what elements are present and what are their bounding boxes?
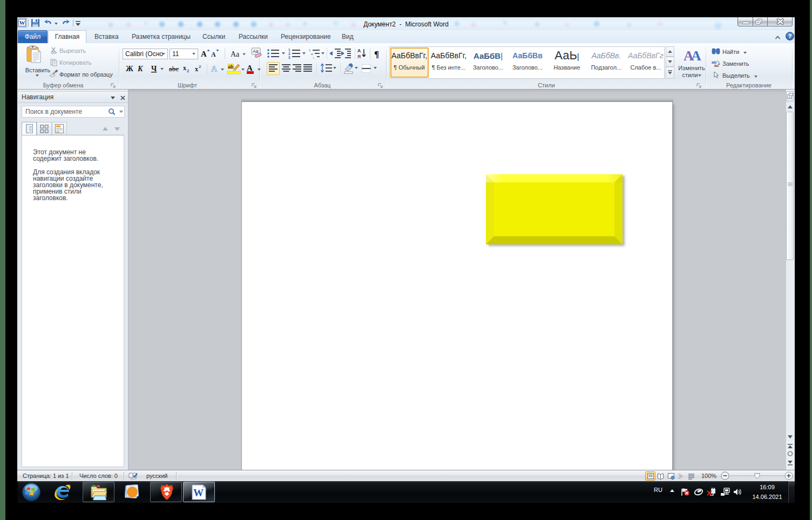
svg-text:Аа: Аа [253, 49, 259, 54]
svg-text:a: a [311, 52, 313, 56]
svg-text:ab: ab [228, 64, 234, 70]
svg-text:A: A [211, 64, 218, 73]
svg-text:Ч: Ч [151, 65, 157, 73]
svg-text:x: x [195, 65, 198, 73]
svg-text:1: 1 [288, 48, 290, 52]
svg-text:i: i [313, 56, 314, 59]
svg-text:W: W [19, 19, 25, 26]
svg-text:2: 2 [288, 52, 290, 56]
svg-text:x: x [183, 64, 186, 72]
svg-text:¶: ¶ [374, 49, 379, 59]
svg-text:3: 3 [288, 56, 290, 59]
svg-text:A: A [247, 64, 253, 72]
svg-text:А: А [357, 48, 361, 53]
svg-text:1: 1 [309, 49, 311, 52]
svg-text:Aa: Aa [231, 50, 240, 58]
svg-text:K: K [137, 65, 144, 73]
svg-text:W: W [193, 487, 204, 498]
svg-text:Ж: Ж [126, 65, 133, 73]
svg-text:A: A [211, 51, 216, 58]
svg-text:ac: ac [714, 63, 719, 67]
svg-text:2: 2 [187, 69, 190, 73]
svg-text:Я: Я [357, 54, 361, 59]
svg-text:A: A [201, 50, 207, 58]
svg-text:abc: abc [169, 65, 179, 73]
svg-text:A: A [691, 48, 701, 63]
svg-text:2: 2 [199, 64, 201, 69]
